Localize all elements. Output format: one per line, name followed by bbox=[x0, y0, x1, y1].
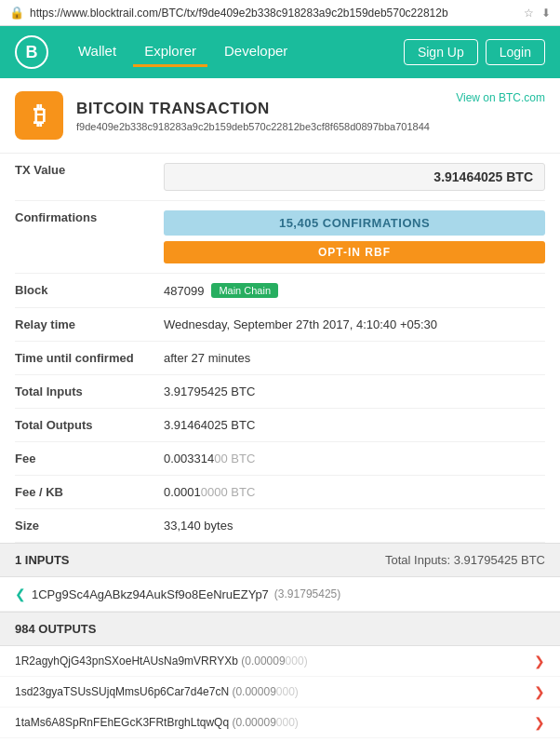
nav-developer[interactable]: Developer bbox=[213, 37, 299, 67]
tx-value-row: TX Value 3.91464025 BTC bbox=[15, 154, 545, 201]
url-text: https://www.blocktrail.com/BTC/tx/f9de40… bbox=[30, 7, 518, 20]
total-inputs-row: Total Inputs 3.91795425 BTC bbox=[15, 375, 545, 409]
input-address: 1CPg9Sc4AgABkz94AukSf9o8EeNruEZYp7 bbox=[32, 587, 269, 601]
output-item[interactable]: 1sd23gyaTSUsSUjqMmsU6p6Car7d4e7cN (0.000… bbox=[0, 677, 560, 708]
fee-value: 0.00331400 BTC bbox=[164, 452, 545, 465]
fee-main: 0.003314 bbox=[164, 452, 214, 465]
chevron-right-icon: ❯ bbox=[534, 715, 545, 730]
url-bar: 🔒 https://www.blocktrail.com/BTC/tx/f9de… bbox=[0, 0, 560, 26]
inputs-title: 1 INPUTS bbox=[15, 553, 70, 567]
output-amount: (0.00009000) bbox=[241, 654, 307, 668]
tx-value-field: 3.91464025 BTC bbox=[164, 163, 545, 191]
tx-title: BITCOIN TRANSACTION bbox=[76, 100, 443, 118]
confirmations-label: Confirmations bbox=[15, 210, 164, 224]
inputs-list: ❮ 1CPg9Sc4AgABkz94AukSf9o8EeNruEZYp7 (3.… bbox=[0, 577, 560, 612]
output-item[interactable]: 1taMs6A8SpRnFEhEGcK3FRtBrghLtqwQq (0.000… bbox=[0, 708, 560, 738]
total-inputs-label: Total Inputs bbox=[15, 384, 164, 398]
output-item[interactable]: 1vzZberWwnMaQbp4UWvw8ZX27dUa53Rbo (0.000… bbox=[0, 738, 560, 742]
nav-wallet[interactable]: Wallet bbox=[67, 37, 127, 67]
main-chain-badge: Main Chain bbox=[211, 283, 278, 298]
time-confirmed-value: after 27 minutes bbox=[164, 351, 545, 365]
tx-details: TX Value 3.91464025 BTC Confirmations 15… bbox=[0, 154, 560, 543]
relay-time-label: Relay time bbox=[15, 317, 164, 331]
rbf-badge: OPT-IN RBF bbox=[164, 241, 545, 263]
bookmark-icon[interactable]: ☆ bbox=[524, 7, 534, 20]
outputs-title: 984 OUTPUTS bbox=[15, 622, 96, 636]
output-item[interactable]: 1R2agyhQjG43pnSXoeHtAUsNa9mVRRYXb (0.000… bbox=[0, 646, 560, 677]
nav-explorer[interactable]: Explorer bbox=[133, 37, 207, 67]
fee-label: Fee bbox=[15, 452, 164, 465]
inputs-section-header: 1 INPUTS Total Inputs: 3.91795425 BTC bbox=[0, 543, 560, 577]
input-item[interactable]: ❮ 1CPg9Sc4AgABkz94AukSf9o8EeNruEZYp7 (3.… bbox=[0, 577, 560, 612]
relay-time-value: Wednesday, September 27th 2017, 4:10:40 … bbox=[164, 317, 545, 331]
input-amount: (3.91795425) bbox=[274, 587, 340, 600]
confirmations-value: 15,405 CONFIRMATIONS OPT-IN RBF bbox=[164, 210, 545, 263]
output-amount: (0.00009000) bbox=[232, 685, 298, 698]
block-label: Block bbox=[15, 283, 164, 297]
btc-icon: ₿ bbox=[15, 91, 63, 140]
tx-value-display: 3.91464025 BTC bbox=[164, 163, 545, 191]
block-row: Block 487099 Main Chain bbox=[15, 274, 545, 308]
main-content: ₿ BITCOIN TRANSACTION f9de409e2b338c9182… bbox=[0, 78, 560, 742]
fee-kb-row: Fee / KB 0.00010000 BTC bbox=[15, 476, 545, 509]
size-row: Size 33,140 bytes bbox=[15, 509, 545, 543]
relay-time-row: Relay time Wednesday, September 27th 201… bbox=[15, 308, 545, 342]
outputs-list: 1R2agyhQjG43pnSXoeHtAUsNa9mVRRYXb (0.000… bbox=[0, 646, 560, 742]
tx-hash: f9de409e2b338c918283a9c2b159deb570c22812… bbox=[76, 121, 443, 132]
total-inputs-value: 3.91795425 BTC bbox=[164, 384, 545, 398]
total-outputs-label: Total Outputs bbox=[15, 418, 164, 432]
fee-kb-value: 0.00010000 BTC bbox=[164, 485, 545, 499]
nav-links: Wallet Explorer Developer bbox=[67, 37, 404, 67]
download-icon[interactable]: ⬇ bbox=[541, 7, 551, 20]
login-button[interactable]: Login bbox=[486, 39, 545, 65]
total-outputs-value: 3.91464025 BTC bbox=[164, 418, 545, 432]
block-value: 487099 Main Chain bbox=[164, 283, 545, 298]
outputs-section-header: 984 OUTPUTS bbox=[0, 612, 560, 646]
size-value: 33,140 bytes bbox=[164, 519, 545, 533]
fee-kb-main: 0.0001 bbox=[164, 485, 201, 499]
confirmations-row: Confirmations 15,405 CONFIRMATIONS OPT-I… bbox=[15, 201, 545, 274]
fee-row: Fee 0.00331400 BTC bbox=[15, 442, 545, 476]
navbar: B Wallet Explorer Developer Sign Up Logi… bbox=[0, 26, 560, 78]
output-address: 1taMs6A8SpRnFEhEGcK3FRtBrghLtqwQq (0.000… bbox=[15, 716, 534, 729]
total-outputs-row: Total Outputs 3.91464025 BTC bbox=[15, 409, 545, 442]
output-amount: (0.00009000) bbox=[232, 716, 298, 729]
nav-logo[interactable]: B bbox=[15, 35, 48, 69]
signup-button[interactable]: Sign Up bbox=[404, 39, 478, 65]
time-confirmed-row: Time until confirmed after 27 minutes bbox=[15, 342, 545, 375]
chevron-right-icon: ❯ bbox=[534, 684, 545, 699]
lock-icon: 🔒 bbox=[9, 6, 24, 20]
block-number: 487099 bbox=[164, 284, 204, 298]
output-address: 1R2agyhQjG43pnSXoeHtAUsNa9mVRRYXb (0.000… bbox=[15, 654, 534, 668]
output-address: 1sd23gyaTSUsSUjqMmsU6p6Car7d4e7cN (0.000… bbox=[15, 685, 534, 698]
chevron-left-icon: ❮ bbox=[15, 587, 26, 601]
url-actions: ☆ ⬇ bbox=[524, 7, 551, 20]
fee-kb-dim: 0000 BTC bbox=[201, 485, 256, 499]
tx-value-label: TX Value bbox=[15, 163, 164, 177]
fee-dim: 00 BTC bbox=[214, 452, 255, 465]
chevron-right-icon: ❯ bbox=[534, 654, 545, 668]
confirmations-badge: 15,405 CONFIRMATIONS bbox=[164, 210, 545, 236]
time-confirmed-label: Time until confirmed bbox=[15, 351, 164, 365]
nav-right: Sign Up Login bbox=[404, 39, 545, 65]
fee-kb-label: Fee / KB bbox=[15, 485, 164, 499]
tx-header: ₿ BITCOIN TRANSACTION f9de409e2b338c9182… bbox=[0, 78, 560, 154]
view-on-btc-link[interactable]: View on BTC.com bbox=[456, 91, 545, 104]
tx-title-block: BITCOIN TRANSACTION f9de409e2b338c918283… bbox=[76, 100, 443, 132]
size-label: Size bbox=[15, 519, 164, 533]
inputs-total: Total Inputs: 3.91795425 BTC bbox=[385, 553, 545, 567]
